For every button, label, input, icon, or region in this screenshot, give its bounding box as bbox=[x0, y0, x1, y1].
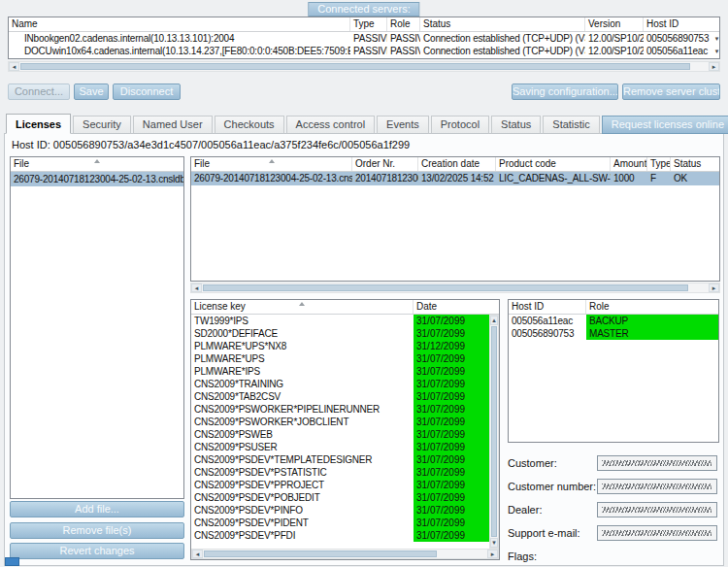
form-row-support-e-mail: Support e-mail: bbox=[508, 525, 719, 542]
remove-files-button[interactable]: Remove file(s) bbox=[10, 522, 184, 539]
date-column-header[interactable]: Date bbox=[414, 300, 489, 314]
customer-field[interactable] bbox=[597, 455, 717, 471]
remove-server-cluster-button[interactable]: Remove server cluster bbox=[622, 83, 720, 100]
file-list-body: 26079-20140718123004-25-02-13.cnsldb bbox=[11, 172, 183, 186]
tab-security[interactable]: Security bbox=[73, 116, 131, 134]
license-key-row[interactable]: CNS2009*PSWEB31/07/2099 bbox=[191, 428, 489, 441]
scroll-left-icon[interactable]: ◂ bbox=[9, 62, 19, 71]
license-key-row[interactable]: CNS2009*TAB2CSV31/07/2099 bbox=[191, 390, 489, 403]
license-key-row[interactable]: CNS2009*PSDEV*PPROJECT31/07/2099 bbox=[191, 479, 489, 491]
license-key-row[interactable]: PLMWARE*UPS*NX831/12/2099 bbox=[191, 340, 489, 352]
sort-ascending-icon bbox=[269, 159, 275, 163]
column-header-host-id[interactable]: Host ID bbox=[509, 300, 586, 314]
scroll-thumb[interactable] bbox=[203, 284, 688, 291]
scroll-track[interactable] bbox=[19, 62, 709, 71]
license-key-column-header[interactable]: License key bbox=[191, 300, 414, 314]
sort-ascending-icon bbox=[299, 302, 305, 306]
tab-statistic[interactable]: Statistic bbox=[543, 116, 600, 134]
scroll-left-icon[interactable]: ◂ bbox=[191, 284, 202, 292]
license-key-date: 31/07/2099 bbox=[414, 517, 489, 529]
sort-ascending-icon bbox=[94, 159, 100, 163]
column-header-role[interactable]: Role bbox=[387, 17, 420, 31]
column-header-type[interactable]: Type bbox=[647, 157, 671, 171]
license-key-row[interactable]: TW1999*IPS31/07/2099 bbox=[191, 315, 489, 327]
scroll-thumb[interactable] bbox=[491, 326, 497, 537]
license-key-row[interactable]: CNS2009*PSDEV*PIDENT31/07/2099 bbox=[191, 517, 489, 529]
scroll-track[interactable] bbox=[490, 325, 498, 538]
combo-arrow-icon[interactable]: ▾ bbox=[715, 33, 718, 44]
license-key-row[interactable]: CNS2009*TRAINING31/07/2099 bbox=[191, 378, 489, 390]
license-key-row[interactable]: CNS2009*PSUSER31/07/2099 bbox=[191, 441, 489, 453]
license-key-row[interactable]: CNS2009*PSWORKER*JOBCLIENT31/07/2099 bbox=[191, 416, 489, 428]
column-header-order-nr[interactable]: Order Nr. bbox=[352, 157, 418, 171]
license-keys-hscrollbar[interactable]: ◂ ▸ bbox=[191, 549, 499, 559]
saving-configuration-button[interactable]: Saving configuration... bbox=[512, 83, 618, 100]
tab-licenses[interactable]: Licenses bbox=[6, 114, 71, 134]
cluster-role: MASTER bbox=[586, 327, 718, 340]
server-row[interactable]: INbookgen02.cadenas.internal(10.13.13.10… bbox=[9, 32, 719, 45]
cluster-host-id: 005056a11eac bbox=[509, 315, 586, 327]
column-header-file[interactable]: File bbox=[191, 157, 352, 171]
column-header-amount[interactable]: Amount bbox=[611, 157, 647, 171]
license-key-row[interactable]: CNS2009*PSDEV*TEMPLATEDESIGNER31/07/2099 bbox=[191, 453, 489, 466]
license-key-row[interactable]: SD2000*DEFIFACE31/07/2099 bbox=[191, 327, 489, 340]
tab-access-control[interactable]: Access control bbox=[286, 116, 376, 134]
license-keys-vscrollbar[interactable]: ▴ ▾ bbox=[489, 315, 499, 549]
connect-button[interactable]: Connect... bbox=[8, 83, 70, 100]
file-list: File 26079-20140718123004-25-02-13.cnsld… bbox=[10, 156, 184, 499]
cluster-row[interactable]: 005056890753MASTER bbox=[509, 327, 718, 340]
column-header-host-id[interactable]: Host ID bbox=[644, 17, 719, 31]
details-hscrollbar[interactable]: ◂ ▸ bbox=[190, 283, 720, 293]
license-key-row[interactable]: CNS2009*PSDEV*POBJEDIT31/07/2099 bbox=[191, 491, 489, 504]
column-header-status[interactable]: Status bbox=[671, 157, 719, 171]
license-key-row[interactable]: PLMWARE*UPS31/07/2099 bbox=[191, 352, 489, 365]
license-key-row[interactable]: CNS2009*PSDEV*PFDI31/07/2099 bbox=[191, 529, 489, 542]
scroll-track[interactable] bbox=[202, 284, 709, 292]
scroll-thumb[interactable] bbox=[20, 63, 690, 70]
dealer-field[interactable] bbox=[597, 502, 717, 517]
file-details-row[interactable]: 26079-20140718123004-25-02-13.cnsldb2014… bbox=[191, 172, 719, 185]
add-file-button[interactable]: Add file... bbox=[10, 501, 184, 517]
file-list-item[interactable]: 26079-20140718123004-25-02-13.cnsldb bbox=[11, 172, 183, 186]
tab-status[interactable]: Status bbox=[491, 116, 541, 134]
column-header-creation-date[interactable]: Creation date bbox=[418, 157, 496, 171]
column-header-role[interactable]: Role bbox=[586, 300, 718, 314]
save-button[interactable]: Save bbox=[74, 83, 109, 100]
column-header-product-code[interactable]: Product code bbox=[496, 157, 611, 171]
scroll-right-icon[interactable]: ▸ bbox=[487, 550, 498, 558]
license-key-name: CNS2009*TRAINING bbox=[191, 378, 414, 390]
servers-hscrollbar[interactable]: ◂ ▸ bbox=[8, 61, 720, 72]
tab-events[interactable]: Events bbox=[377, 116, 429, 134]
column-header-type[interactable]: Type bbox=[350, 17, 387, 31]
scroll-thumb[interactable] bbox=[204, 550, 437, 557]
customer-number-field[interactable] bbox=[597, 479, 717, 494]
details-header: FileOrder Nr.Creation dateProduct codeAm… bbox=[191, 157, 719, 172]
tab-named-user[interactable]: Named User bbox=[133, 116, 213, 134]
scroll-left-icon[interactable]: ◂ bbox=[192, 550, 203, 558]
combo-arrow-icon[interactable]: ▾ bbox=[715, 46, 718, 56]
form-label-customer: Customer: bbox=[508, 457, 557, 469]
scroll-right-icon[interactable]: ▸ bbox=[709, 62, 719, 71]
tab-request-licenses-online[interactable]: Request licenses online bbox=[602, 116, 728, 134]
scroll-down-icon[interactable]: ▾ bbox=[490, 538, 498, 548]
file-list-column-header[interactable]: File bbox=[11, 157, 183, 171]
license-key-row[interactable]: CNS2009*PSDEV*PSTATISTIC31/07/2099 bbox=[191, 466, 489, 479]
column-header-status[interactable]: Status bbox=[420, 17, 585, 31]
license-key-row[interactable]: CNS2009*PSWORKER*PIPELINERUNNER31/07/209… bbox=[191, 403, 489, 416]
partial-button[interactable] bbox=[5, 557, 19, 566]
revert-changes-button[interactable]: Revert changes bbox=[10, 543, 184, 559]
server-row[interactable]: DOCUwin10x64.cadenas.internal(10.13.14.2… bbox=[9, 45, 719, 57]
scroll-up-icon[interactable]: ▴ bbox=[490, 316, 498, 325]
cluster-row[interactable]: 005056a11eacBACKUP bbox=[509, 315, 718, 327]
license-key-name: CNS2009*PSWEB bbox=[191, 428, 414, 441]
tab-protocol[interactable]: Protocol bbox=[431, 116, 489, 134]
scroll-track[interactable] bbox=[203, 550, 487, 558]
license-key-row[interactable]: PLMWARE*IPS31/07/2099 bbox=[191, 365, 489, 378]
support-e-mail-field[interactable] bbox=[597, 525, 717, 541]
license-key-row[interactable]: CNS2009*PSDEV*PINFO31/07/2099 bbox=[191, 504, 489, 517]
tab-checkouts[interactable]: Checkouts bbox=[215, 116, 284, 134]
column-header-name[interactable]: Name bbox=[9, 17, 350, 31]
scroll-right-icon[interactable]: ▸ bbox=[709, 284, 719, 292]
disconnect-button[interactable]: Disconnect bbox=[113, 83, 181, 100]
column-header-version[interactable]: Version bbox=[585, 17, 644, 31]
